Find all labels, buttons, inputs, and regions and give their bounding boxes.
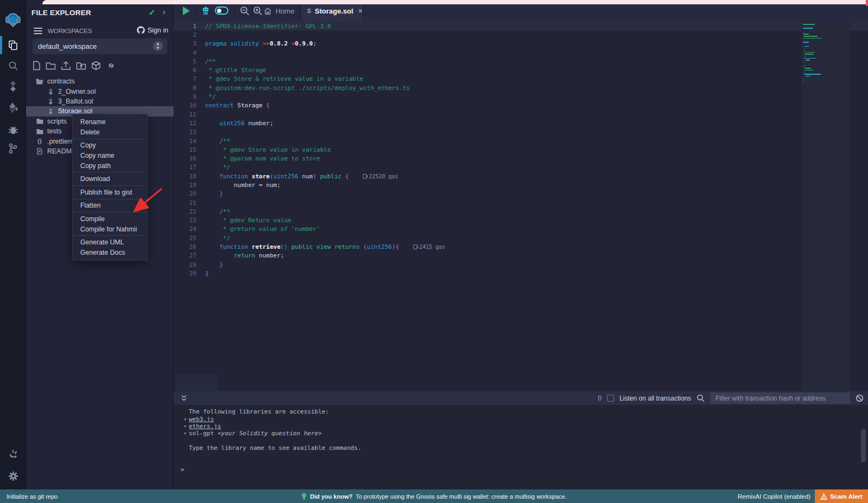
minimap[interactable] xyxy=(803,24,846,82)
upload-folder-icon[interactable] xyxy=(76,61,86,70)
scam-alert-button[interactable]: Scam Alert xyxy=(815,489,868,503)
listen-checkbox[interactable] xyxy=(607,395,614,402)
minimap-line xyxy=(806,76,810,77)
ai-robot-icon[interactable] xyxy=(201,6,210,16)
gas-estimate-badge: 2415 gas xyxy=(413,244,445,250)
minimap-line xyxy=(803,36,818,37)
settings-gear-icon[interactable] xyxy=(0,466,26,486)
line-number: 26 xyxy=(174,243,205,250)
file-actions-toolbar xyxy=(33,61,117,70)
new-folder-icon[interactable] xyxy=(46,61,56,70)
code-line-20: 20 } xyxy=(174,190,868,198)
sol-icon xyxy=(47,88,54,95)
line-number: 15 xyxy=(174,146,205,153)
line-number: 17 xyxy=(174,164,205,171)
line-number: 7 xyxy=(174,75,205,82)
line-number: 2 xyxy=(174,31,205,38)
workspace-caret-icon: ▲▼ xyxy=(153,41,163,51)
minimap-line xyxy=(805,72,805,73)
tip-text: To prototype using the Gnosis safe multi… xyxy=(356,493,567,500)
listen-label: Listen on all transactions xyxy=(620,395,691,402)
chevron-right-icon[interactable]: › xyxy=(163,7,165,16)
code-line-29: 29} xyxy=(174,269,868,278)
ipfs-cube-icon[interactable] xyxy=(91,61,101,70)
tree-item-contracts[interactable]: contracts xyxy=(26,76,174,86)
terminal-scrollbar[interactable] xyxy=(861,429,866,462)
git-icon[interactable] xyxy=(0,139,26,158)
copilot-toggle[interactable] xyxy=(215,7,228,15)
code-line-27: 27 return number; xyxy=(174,252,868,260)
tree-item-2-owner-sol[interactable]: 2_Owner.sol xyxy=(26,86,174,96)
menu-separator xyxy=(73,235,147,236)
code-line-8: 8 * @custom:dev-run-script ./scripts/dep… xyxy=(174,83,868,92)
tree-item-3-ballot-sol[interactable]: 3_Ballot.sol xyxy=(26,96,174,106)
menu-item-flatten[interactable]: Flatten xyxy=(73,201,147,211)
menu-item-copy[interactable]: Copy xyxy=(73,140,147,151)
workspaces-label: WORKSPACES xyxy=(48,28,92,34)
expand-chevrons-icon[interactable] xyxy=(181,395,187,402)
minimap-line xyxy=(803,80,803,81)
zoom-out-icon[interactable] xyxy=(240,6,250,16)
menu-item-copy-path[interactable]: Copy path xyxy=(73,160,147,171)
library-link-ethers-js[interactable]: ethers.js xyxy=(189,423,221,430)
workspaces-menu-icon[interactable] xyxy=(34,28,42,34)
new-file-icon[interactable] xyxy=(33,61,41,70)
menu-item-download[interactable]: Download xyxy=(73,174,147,184)
block-icon[interactable] xyxy=(856,394,864,402)
menu-item-compile[interactable]: Compile xyxy=(73,214,147,224)
remix-logo[interactable] xyxy=(0,10,26,29)
panel-title: FILE EXPLORER xyxy=(31,9,91,17)
menu-separator xyxy=(73,172,147,172)
minimap-line xyxy=(803,40,804,41)
minimap-line xyxy=(803,28,813,29)
tree-item-label: contracts xyxy=(47,78,75,85)
search-icon[interactable] xyxy=(0,56,26,75)
terminal-line: Type the library name to see available c… xyxy=(174,444,868,452)
menu-item-delete[interactable]: Delete xyxy=(73,127,147,138)
menu-item-compile-for-nahmii[interactable]: Compile for Nahmii xyxy=(73,224,147,234)
minimap-line xyxy=(805,56,805,57)
line-number: 19 xyxy=(174,182,205,189)
code-line-15: 15 * @dev Store value in variable xyxy=(174,145,868,154)
file-explorer-icon[interactable] xyxy=(0,35,26,55)
code-line-25: 25 */ xyxy=(174,234,868,242)
check-icon: ✓ xyxy=(149,8,156,17)
workspace-select[interactable]: default_workspace ▲▼ xyxy=(33,38,167,54)
menu-item-copy-name[interactable]: Copy name xyxy=(73,151,147,161)
menu-item-generate-uml[interactable]: Generate UML xyxy=(73,237,147,248)
line-number: 24 xyxy=(174,225,205,233)
solidity-compiler-icon[interactable] xyxy=(0,76,26,96)
terminal-prompt[interactable]: > xyxy=(181,466,184,473)
sign-in-button[interactable]: Sign in xyxy=(137,26,168,34)
terminal-output[interactable]: The following libraries are accessible:•… xyxy=(174,405,868,489)
play-icon[interactable] xyxy=(181,6,191,16)
debugger-icon[interactable] xyxy=(0,120,26,139)
minimap-line xyxy=(803,32,804,33)
search-icon[interactable] xyxy=(697,394,705,402)
minimap-line xyxy=(804,46,809,47)
filter-input[interactable] xyxy=(710,392,850,404)
lightbulb-icon xyxy=(301,493,307,500)
code-editor[interactable]: 1// SPDX-License-Identifier: GPL-3.023pr… xyxy=(174,22,868,391)
menu-item-publish-file-to-gist[interactable]: Publish file to gist xyxy=(73,188,147,198)
code-line-13: 13 xyxy=(174,128,868,137)
menu-item-generate-docs[interactable]: Generate Docs xyxy=(73,248,147,258)
menu-item-rename[interactable]: Rename xyxy=(73,117,147,127)
tree-item-label: tests xyxy=(47,127,61,135)
link-icon[interactable] xyxy=(106,61,117,70)
terminal-line: •ethers.js xyxy=(174,423,868,430)
line-number: 4 xyxy=(174,49,205,56)
line-number: 25 xyxy=(174,235,205,242)
gas-estimate-badge: 22520 gas xyxy=(363,173,398,179)
minimap-line xyxy=(805,54,814,55)
upload-file-icon[interactable] xyxy=(61,61,71,70)
tab-home-label: Home xyxy=(276,7,295,15)
minimap-line xyxy=(804,78,805,79)
code-line-18: 18 function store(uint256 num) public {2… xyxy=(174,172,868,180)
minimap-line xyxy=(803,34,809,35)
git-init-button[interactable]: Initialize as git repo xyxy=(7,493,58,500)
plugin-manager-icon[interactable] xyxy=(0,444,26,464)
library-link-web3-js[interactable]: web3.js xyxy=(189,416,214,423)
copilot-status[interactable]: RemixAI Copilot (enabled) xyxy=(738,493,810,500)
deploy-run-icon[interactable] xyxy=(0,98,26,118)
